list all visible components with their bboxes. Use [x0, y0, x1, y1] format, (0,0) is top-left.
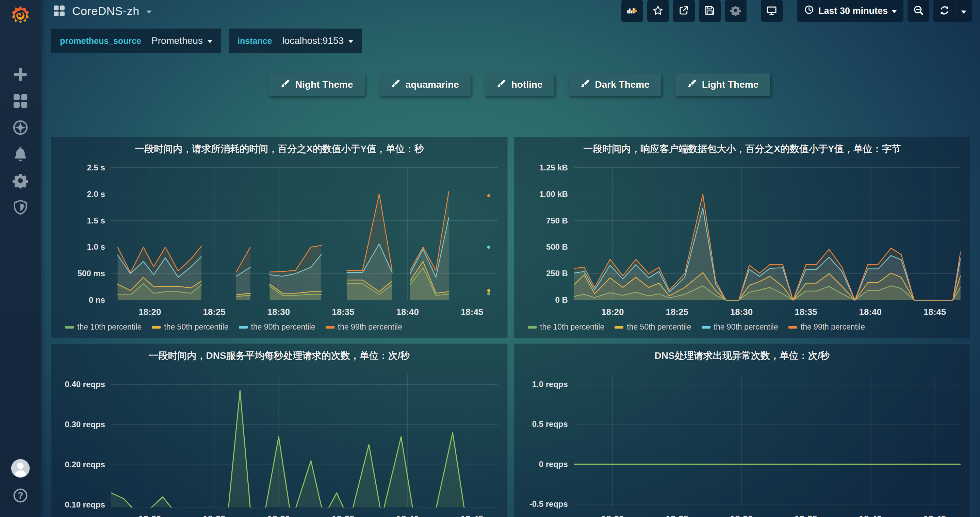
timeseries-chart: 0 B250 B500 B750 B1.00 kB1.25 kB18:2018:…: [514, 137, 970, 338]
legend-item[interactable]: the 99th percentile: [326, 322, 402, 331]
svg-text:18:20: 18:20: [138, 307, 161, 317]
save-button[interactable]: [699, 0, 721, 22]
variable-label: prometheus_source: [60, 36, 141, 46]
svg-text:18:40: 18:40: [859, 514, 882, 517]
svg-text:1.0 reqps: 1.0 reqps: [532, 380, 568, 389]
chevron-down-icon: [892, 10, 897, 13]
sidebar-nav: [13, 67, 28, 215]
legend-item[interactable]: the 90th percentile: [702, 322, 778, 331]
svg-text:18:20: 18:20: [601, 307, 624, 317]
brush-icon: [280, 79, 290, 91]
dashboard-grid: 0 ns500 ms1.0 s1.5 s2.0 s2.5 s18:2018:25…: [41, 137, 980, 517]
theme-button-dark[interactable]: Dark Theme: [569, 73, 661, 96]
grafana-logo[interactable]: [10, 5, 31, 27]
clock-icon: [804, 5, 814, 17]
svg-text:18:35: 18:35: [795, 514, 817, 517]
svg-text:18:20: 18:20: [601, 514, 624, 517]
gear-icon: [13, 184, 28, 189]
cycle-view-mode-button[interactable]: [761, 0, 783, 22]
brush-icon: [391, 79, 400, 91]
chevron-down-icon: [208, 40, 212, 43]
theme-button-label: Night Theme: [295, 79, 353, 90]
panel-requests-per-second: 0.10 reqps0.20 reqps0.30 reqps0.40 reqps…: [51, 344, 508, 517]
legend-label: the 10th percentile: [540, 322, 605, 331]
favorite-button[interactable]: [647, 0, 669, 22]
svg-text:18:35: 18:35: [795, 307, 817, 317]
theme-button-night[interactable]: Night Theme: [269, 73, 365, 96]
svg-text:1.5 s: 1.5 s: [87, 216, 105, 225]
panel-title[interactable]: 一段时间内，响应客户端数据包大小，百分之X的数值小于Y值，单位：字节: [514, 143, 970, 155]
add-panel-button[interactable]: [621, 0, 643, 22]
sidebar-item-configuration[interactable]: [13, 173, 28, 189]
svg-text:18:40: 18:40: [396, 514, 419, 517]
compass-icon: [13, 131, 28, 136]
sidebar-item-server-admin[interactable]: [13, 199, 28, 215]
legend-color-chip: [65, 326, 74, 328]
legend-item[interactable]: the 50th percentile: [152, 322, 228, 331]
svg-text:0 ns: 0 ns: [89, 295, 105, 304]
help-button[interactable]: ?: [13, 488, 28, 503]
svg-text:750 B: 750 B: [546, 216, 568, 225]
zoom-out-button[interactable]: [907, 0, 929, 22]
legend-item[interactable]: the 10th percentile: [65, 322, 142, 331]
theme-button-label: Light Theme: [702, 79, 759, 90]
legend-item[interactable]: the 10th percentile: [528, 322, 605, 331]
shield-icon: [13, 210, 28, 216]
save-icon: [705, 5, 715, 17]
legend-color-chip: [326, 326, 334, 328]
svg-text:18:30: 18:30: [267, 307, 290, 317]
sidebar-item-create[interactable]: [13, 67, 28, 82]
theme-button-light[interactable]: Light Theme: [675, 73, 770, 96]
sidebar-item-dashboards[interactable]: [13, 93, 28, 109]
svg-text:500 ms: 500 ms: [78, 269, 105, 278]
svg-text:0.10 reqps: 0.10 reqps: [65, 500, 105, 509]
legend-color-chip: [528, 326, 537, 328]
toolbar: Last 30 minutes: [621, 0, 972, 22]
grid-icon: [13, 104, 28, 110]
legend-label: the 10th percentile: [77, 322, 142, 331]
svg-text:1.00 kB: 1.00 kB: [539, 189, 568, 199]
submenu-variables: prometheus_source Prometheus instance lo…: [41, 22, 980, 53]
theme-button-label: hotline: [511, 79, 543, 90]
timeseries-chart: 0 ns500 ms1.0 s1.5 s2.0 s2.5 s18:2018:25…: [51, 137, 508, 338]
theme-button-hotline[interactable]: hotline: [485, 73, 554, 96]
share-button[interactable]: [673, 0, 695, 22]
refresh-interval-dropdown[interactable]: [956, 0, 972, 22]
legend-item[interactable]: the 50th percentile: [614, 322, 691, 331]
legend-item[interactable]: the 90th percentile: [239, 322, 315, 331]
legend-label: the 90th percentile: [251, 322, 315, 331]
user-avatar[interactable]: [11, 458, 30, 478]
panel-title[interactable]: DNS处理请求出现异常次数，单位：次/秒: [514, 349, 970, 362]
svg-text:18:40: 18:40: [396, 307, 419, 317]
theme-button-label: Dark Theme: [595, 79, 649, 90]
variable-label: instance: [237, 36, 272, 46]
sidebar-item-explore[interactable]: [13, 120, 28, 135]
variable-prometheus-source[interactable]: prometheus_source Prometheus: [51, 29, 221, 53]
theme-button-aquamarine[interactable]: aquamarine: [379, 73, 471, 96]
variable-instance[interactable]: instance localhost:9153: [229, 29, 362, 53]
refresh-group: [933, 0, 972, 22]
main-area: CoreDNS-zh: [41, 0, 980, 517]
panel-title[interactable]: 一段时间内，请求所消耗的时间，百分之X的数值小于Y值，单位：秒: [51, 143, 508, 155]
svg-text:1.25 kB: 1.25 kB: [539, 163, 568, 172]
time-range-label: Last 30 minutes: [818, 6, 888, 16]
legend-label: the 50th percentile: [164, 322, 228, 331]
svg-text:1.0 s: 1.0 s: [87, 242, 105, 251]
svg-text:18:25: 18:25: [203, 307, 226, 317]
sidebar-item-alerting[interactable]: [13, 146, 28, 162]
svg-text:-0.5 reqps: -0.5 reqps: [530, 499, 568, 509]
time-range-picker[interactable]: Last 30 minutes: [797, 0, 904, 22]
legend-color-chip: [614, 326, 624, 328]
sidebar: ?: [0, 0, 41, 517]
dashboard-title-button[interactable]: CoreDNS-zh: [53, 5, 152, 18]
gear-icon: [730, 5, 741, 17]
svg-text:0.40 reqps: 0.40 reqps: [65, 380, 105, 389]
refresh-button[interactable]: [933, 0, 955, 22]
svg-text:18:25: 18:25: [203, 514, 226, 517]
panel-title[interactable]: 一段时间内，DNS服务平均每秒处理请求的次数，单位：次/秒: [51, 349, 508, 362]
legend-item[interactable]: the 99th percentile: [788, 322, 865, 331]
navbar: CoreDNS-zh: [41, 0, 980, 22]
svg-text:18:35: 18:35: [332, 307, 354, 317]
dashboard-settings-button[interactable]: [725, 0, 746, 22]
brush-icon: [496, 79, 506, 91]
